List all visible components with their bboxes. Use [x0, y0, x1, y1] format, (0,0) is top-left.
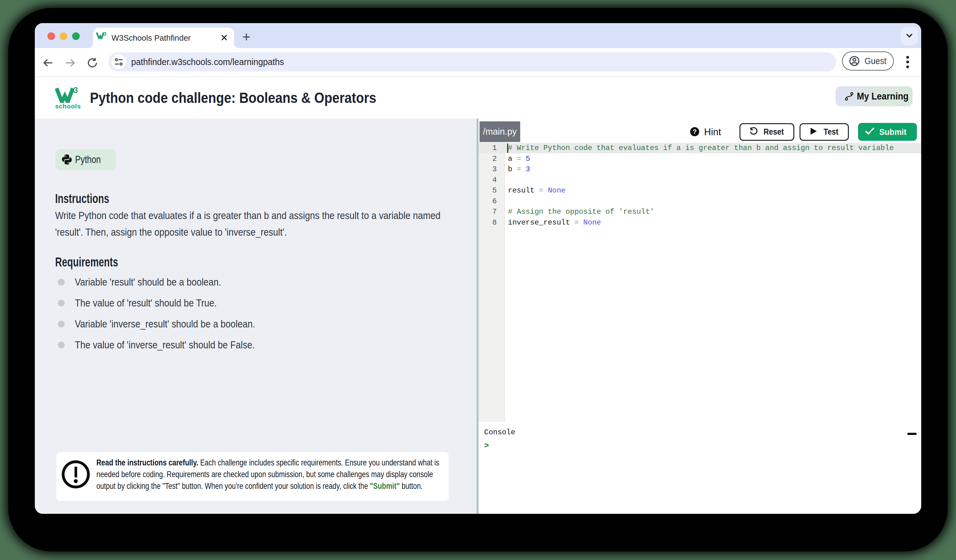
svg-text:?: ?: [693, 128, 697, 135]
